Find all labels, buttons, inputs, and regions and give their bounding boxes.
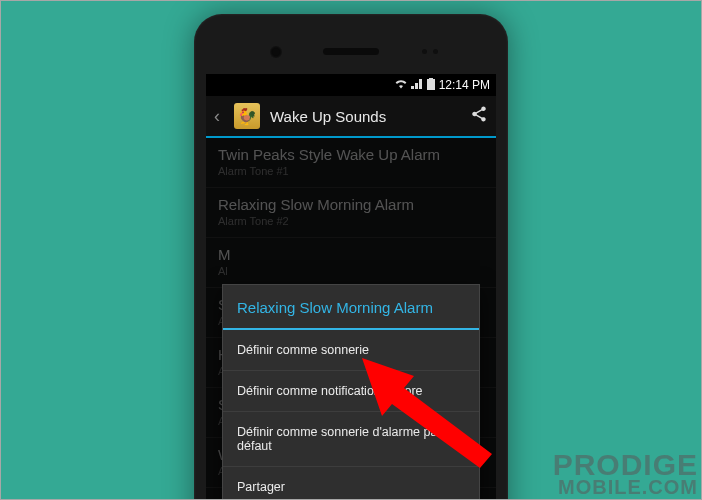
dialog-option-notification[interactable]: Définir comme notification sonore [223,371,479,412]
context-dialog: Relaxing Slow Morning Alarm Définir comm… [222,284,480,500]
app-bar: ‹ 🐓 Wake Up Sounds [206,96,496,138]
phone-frame: 12:14 PM ‹ 🐓 Wake Up Sounds Twin Peaks S… [194,14,508,500]
wifi-icon [394,78,408,92]
signal-icon [411,78,424,92]
screen: 12:14 PM ‹ 🐓 Wake Up Sounds Twin Peaks S… [206,74,496,500]
camera-dot [270,46,282,58]
dialog-option-alarm-default[interactable]: Définir comme sonnerie d'alarme par défa… [223,412,479,467]
watermark-line2: MOBILE.COM [553,478,698,496]
back-icon[interactable]: ‹ [214,106,224,127]
dialog-option-share[interactable]: Partager [223,467,479,500]
battery-icon [427,78,435,93]
dialog-title: Relaxing Slow Morning Alarm [223,285,479,330]
status-time: 12:14 PM [439,78,490,92]
dialog-option-ringtone[interactable]: Définir comme sonnerie [223,330,479,371]
speaker-grille [323,48,379,55]
watermark-line1: PRODIGE [553,451,698,478]
sensor-dots [422,49,438,54]
share-icon[interactable] [470,105,488,127]
watermark: PRODIGE MOBILE.COM [553,451,698,496]
app-icon[interactable]: 🐓 [234,103,260,129]
sound-list: Twin Peaks Style Wake Up Alarm Alarm Ton… [206,138,496,500]
status-bar: 12:14 PM [206,74,496,96]
page-title: Wake Up Sounds [270,108,460,125]
